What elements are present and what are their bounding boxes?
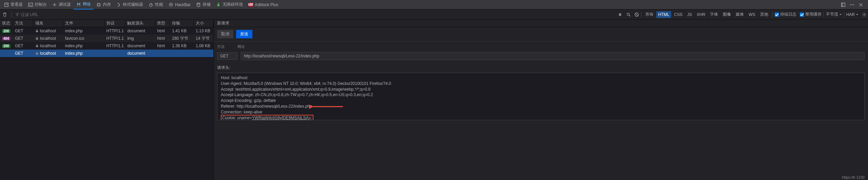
persist-log-label: 持续日志 [780, 12, 796, 17]
header-line: Accept-Language: zh-CN,zh;q=0.8,zh-TW;q=… [221, 92, 861, 98]
block-icon[interactable] [634, 12, 639, 17]
memory-tab[interactable]: 内存 [94, 0, 114, 10]
close-button[interactable] [858, 2, 864, 8]
performance-tab[interactable]: 性能 [146, 0, 166, 10]
inspector-tab[interactable]: 查看器 [1, 0, 25, 10]
tab-label: Adblock Plus [255, 2, 278, 7]
svg-point-2 [54, 4, 55, 5]
filter-type-js[interactable]: JS [685, 11, 694, 18]
persist-log-checkbox[interactable]: 持续日志 [775, 12, 796, 17]
filter-type-img[interactable]: 图像 [721, 11, 733, 18]
style-editor-tab[interactable]: 样式编辑器 [114, 0, 146, 10]
filter-type-css[interactable]: CSS [672, 11, 684, 18]
adblock-tab[interactable]: ABP Adblock Plus [246, 0, 281, 10]
clear-button[interactable] [1, 11, 8, 18]
har-menu[interactable]: HAR [846, 12, 859, 17]
tab-label: 控制台 [35, 2, 47, 7]
col-domain[interactable]: 域名 [33, 20, 63, 27]
svg-point-7 [197, 3, 200, 4]
tab-label: 样式编辑器 [123, 2, 143, 7]
disable-cache-checkbox[interactable]: 禁用缓存 [800, 12, 822, 17]
network-tab[interactable]: 网络 [74, 0, 94, 10]
svg-point-13 [850, 4, 851, 5]
debugger-icon [52, 2, 57, 7]
table-body: 200GETlocalhostindex.phpHTTP/1.1document… [0, 27, 213, 180]
throttle-label: 不节流 [826, 12, 838, 17]
method-input[interactable] [217, 52, 237, 60]
filter-type-other[interactable]: 其他 [758, 11, 770, 18]
svg-point-8 [218, 2, 219, 4]
svg-point-20 [864, 14, 865, 15]
filter-type-xhr[interactable]: XHR [695, 11, 707, 18]
har-label: HAR [846, 12, 855, 17]
col-method[interactable]: 方法 [13, 20, 33, 27]
svg-rect-0 [5, 3, 8, 6]
tab-label: 查看器 [11, 2, 23, 7]
col-size[interactable]: 大小 [194, 20, 213, 27]
filter-type-media[interactable]: 媒体 [734, 11, 746, 18]
table-row[interactable]: 200GETlocalhostindex.phpHTTP/1.1document… [0, 42, 213, 50]
headers-section-title: 请求头: [214, 63, 868, 73]
svg-rect-17 [620, 13, 621, 16]
inspector-icon [4, 2, 9, 7]
network-table: 状态 方法 域名 文件 协议 触发源头 类型 传输 大小 200GETlocal… [0, 20, 214, 180]
col-status[interactable]: 状态 [0, 20, 13, 27]
table-row[interactable]: 404GETlocalhostfavicon.icoHTTP/1.1imghtm… [0, 35, 213, 42]
svg-rect-12 [842, 3, 843, 6]
filter-type-html[interactable]: HTML [656, 11, 672, 18]
svg-text:ABP: ABP [248, 2, 253, 6]
svg-point-14 [852, 4, 853, 5]
memory-icon [96, 2, 101, 7]
table-header: 状态 方法 域名 文件 协议 触发源头 类型 传输 大小 [0, 20, 213, 27]
header-line: Referer: http://localhost/newsqli/Less-2… [221, 104, 861, 109]
header-line: Accept: text/html,application/xhtml+xml,… [221, 87, 861, 92]
filter-type-all[interactable]: 所有 [643, 11, 656, 18]
filter-url-input[interactable] [21, 12, 61, 17]
cookie-value: YWRtaW4nIG9yIDE9MSAtLSA= [252, 115, 311, 120]
headers-textarea[interactable]: Host: localhostUser-Agent: Mozilla/5.0 (… [217, 73, 865, 120]
accessibility-tab[interactable]: 无障碍环境 [213, 0, 246, 10]
table-row[interactable]: 200GETlocalhostindex.phpHTTP/1.1document… [0, 27, 213, 35]
performance-icon [149, 2, 153, 7]
filter-type-font[interactable]: 字体 [708, 11, 720, 18]
col-type[interactable]: 类型 [155, 20, 170, 27]
filter-type-ws[interactable]: WS [747, 11, 757, 18]
search-icon[interactable] [626, 12, 631, 17]
hackbar-tab[interactable]: H HackBar [166, 0, 193, 10]
devtools-toolbar: 查看器 控制台 调试器 网络 内存 样式编辑器 性能 H HackBar 存储 … [0, 0, 868, 10]
console-tab[interactable]: 控制台 [25, 0, 50, 10]
col-transferred[interactable]: 传输 [170, 20, 194, 27]
tab-label: HackBar [175, 2, 191, 7]
method-label: 方法 [217, 44, 234, 49]
status-url: https://b 1230 [842, 175, 865, 179]
lock-icon [35, 37, 39, 40]
lock-icon [35, 44, 39, 48]
request-editor-title: 新请求 [214, 20, 868, 27]
pause-icon[interactable] [618, 13, 622, 17]
svg-point-15 [853, 4, 854, 5]
throttle-select[interactable]: 不节流 [826, 12, 842, 17]
cancel-button[interactable]: 取消 [217, 30, 233, 38]
url-label: 网址 [237, 44, 865, 49]
tab-label: 调试器 [59, 2, 71, 7]
table-row[interactable]: GETlocalhostindex.phpdocument [0, 50, 213, 57]
console-icon [28, 2, 33, 7]
col-protocol[interactable]: 协议 [104, 20, 126, 27]
url-input[interactable] [241, 52, 865, 60]
debugger-tab[interactable]: 调试器 [50, 0, 74, 10]
col-initiator[interactable]: 触发源头 [125, 20, 155, 27]
more-button[interactable] [849, 2, 855, 8]
svg-point-18 [627, 13, 629, 15]
abp-icon: ABP [248, 2, 253, 7]
send-button[interactable]: 发送 [236, 30, 252, 38]
tab-label: 网络 [83, 1, 91, 7]
filter-icon [15, 13, 19, 17]
chevron-down-icon [856, 13, 859, 16]
storage-tab[interactable]: 存储 [193, 0, 213, 10]
cookie-label: Cookie: uname= [222, 115, 252, 120]
col-file[interactable]: 文件 [63, 20, 104, 27]
network-icon [76, 2, 81, 7]
gear-icon[interactable] [862, 12, 867, 17]
svg-rect-3 [98, 3, 100, 6]
dock-button[interactable] [840, 2, 846, 8]
